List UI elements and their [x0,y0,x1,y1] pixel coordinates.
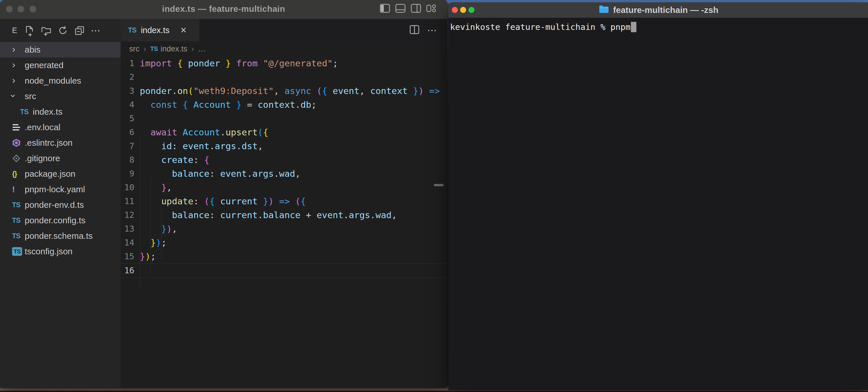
code-editor[interactable]: 1import { ponder } from "@/generated";23… [121,56,447,278]
token: . [343,210,349,220]
typescript-icon: TS [12,201,25,209]
line-text: import { ponder } from "@/generated"; [140,56,338,70]
file-row-tsconfig.json[interactable]: TStsconfig.json [0,244,121,259]
line-text: balance: current.balance + event.args.wa… [140,208,397,222]
token: from [236,58,258,68]
code-line-12[interactable]: 12 balance: current.balance + event.args… [121,208,447,222]
code-line-5[interactable]: 5 [121,112,447,125]
code-line-6[interactable]: 6 await Account.upsert({ [121,125,447,139]
file-label: .eslintrc.json [25,138,73,148]
desktop: index.ts — feature-multichain E [0,0,868,392]
typescript-icon: TS [150,45,158,53]
file-row-pnpm-lock.yaml[interactable]: !pnpm-lock.yaml [0,181,121,197]
file-row-.gitignore[interactable]: .gitignore [0,150,121,166]
token [177,127,183,137]
new-file-icon[interactable] [24,25,35,36]
file-row-.eslintrc.json[interactable]: .eslintrc.json [0,135,121,150]
file-row-index.ts[interactable]: TSindex.ts [0,104,121,119]
token: ponder [188,58,220,68]
json-braces-icon: {} [12,170,25,178]
file-row-node_modules[interactable]: ›node_modules [0,73,121,88]
tab-index-ts[interactable]: TS index.ts × [121,19,199,41]
chevron-down-icon: › [12,91,25,102]
new-folder-icon[interactable] [41,25,52,36]
token: } [140,251,145,261]
breadcrumb-file[interactable]: index.ts [160,45,187,53]
token: } [161,224,167,234]
breadcrumb-symbol-more[interactable]: … [198,45,206,53]
code-line-10[interactable]: 10 }, [121,180,447,194]
file-label: ponder-env.d.ts [25,200,84,210]
file-label: index.ts [33,107,62,117]
token: "@/generated" [263,58,333,68]
code-line-4[interactable]: 4 const { Account } = context.db; [121,98,447,112]
code-line-1[interactable]: 1import { ponder } from "@/generated"; [121,56,447,70]
token: db [301,100,311,110]
file-label: generated [25,60,63,70]
file-label: pnpm-lock.yaml [25,185,85,194]
file-row-src[interactable]: ›src [0,88,121,104]
toggle-primary-sidebar-icon[interactable] [380,4,390,12]
code-line-13[interactable]: 13 }), [121,222,447,236]
token: event [183,141,209,151]
code-line-3[interactable]: 3ponder.on("weth9:Deposit", async ({ eve… [121,84,447,98]
terminal-title-text: feature-multichain — -zsh [613,5,718,15]
scrollbar-handle[interactable] [434,184,443,186]
file-row-package.json[interactable]: {}package.json [0,166,121,181]
file-row-generated[interactable]: ›generated [0,57,121,73]
token: event [333,86,360,96]
token: wad [279,168,295,179]
token: ) [145,251,151,261]
line-number: 7 [121,139,134,153]
file-row-abis[interactable]: ›abis [0,42,121,57]
code-line-2[interactable]: 2 [121,70,447,84]
token: { [204,155,210,165]
token: create [161,155,193,165]
zoom-window-button[interactable] [468,7,474,13]
chevron-right-icon: › [12,60,25,71]
toggle-secondary-sidebar-icon[interactable] [411,4,421,12]
token: Account [183,127,220,137]
token [327,86,333,96]
code-line-16[interactable]: 16 [121,263,447,278]
token: . [236,141,242,151]
token: => [429,86,440,96]
token: ) [418,86,424,96]
token: ( [204,196,210,206]
token: => [279,196,290,206]
collapse-folders-icon[interactable] [74,25,85,36]
code-line-9[interactable]: 9 balance: event.args.wad, [121,167,447,180]
terminal-content[interactable]: kevinkoste feature-multichain % pnpm [448,19,868,390]
refresh-icon[interactable] [57,25,68,36]
more-actions-icon[interactable]: ⋯ [91,29,101,32]
editor-more-actions-icon[interactable]: ⋯ [427,24,437,36]
file-row-ponder-env.d.ts[interactable]: TSponder-env.d.ts [0,197,121,213]
token [274,196,279,206]
token [172,58,177,68]
customize-layout-icon[interactable] [427,4,436,12]
close-window-button[interactable] [452,7,458,13]
token: on [177,86,188,96]
token [408,86,413,96]
token [231,58,236,68]
line-number: 1 [121,56,134,70]
code-line-7[interactable]: 7 id: event.args.dst, [121,139,447,153]
close-tab-icon[interactable]: × [181,25,187,35]
toggle-panel-icon[interactable] [396,4,405,12]
token: balance [263,210,301,220]
line-text: id: event.args.dst, [140,139,263,153]
breadcrumb-folder[interactable]: src [129,45,140,53]
line-number: 14 [121,236,134,249]
code-line-11[interactable]: 11 update: ({ current }) => ({ [121,194,447,208]
code-line-14[interactable]: 14 }); [121,236,447,249]
file-row-ponder.config.ts[interactable]: TSponder.config.ts [0,213,121,228]
file-label: package.json [25,169,75,179]
code-line-8[interactable]: 8 create: { [121,153,447,167]
split-editor-icon[interactable] [410,25,419,35]
file-row-ponder.schema.ts[interactable]: TSponder.schema.ts [0,228,121,244]
token: ( [317,86,322,96]
token: } [236,100,242,110]
code-line-15[interactable]: 15}); [121,249,447,263]
file-row-.env.local[interactable]: .env.local [0,119,121,135]
minimize-window-button[interactable] [460,7,466,13]
